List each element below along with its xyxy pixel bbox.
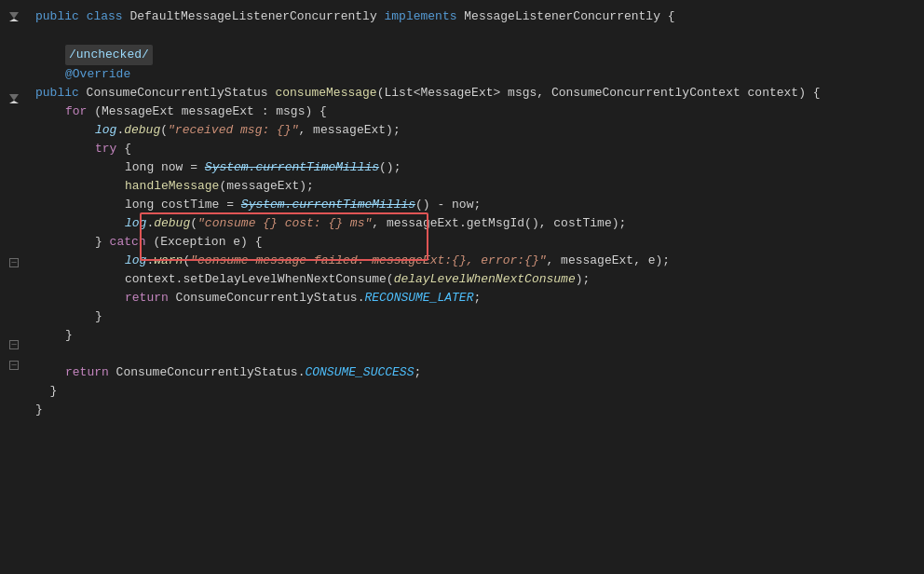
code-line-11: log.debug("consume {} cost: {} ms", mess… bbox=[28, 214, 924, 233]
token-italic-method: debug bbox=[154, 214, 190, 233]
token-plain: ConsumeConcurrentlyStatus bbox=[79, 84, 276, 102]
gutter-item-3 bbox=[8, 69, 20, 88]
token-plain: long now = bbox=[125, 158, 205, 177]
gutter-item-18 bbox=[8, 376, 20, 395]
token-italic-string: "received msg: {}" bbox=[168, 121, 298, 140]
gutter-item-0 bbox=[8, 7, 20, 26]
code-line-13: log.warn("consume message failed. messag… bbox=[28, 252, 924, 270]
gutter-item-21 bbox=[8, 438, 20, 457]
gutter-item-9 bbox=[8, 192, 20, 211]
gutter-item-11 bbox=[8, 233, 20, 252]
token-method: consumeMessage bbox=[275, 84, 376, 102]
token-kw: public bbox=[35, 84, 79, 102]
code-line-0: public class DefaultMessageListenerConcu… bbox=[28, 7, 924, 26]
code-line-4: public ConsumeConcurrentlyStatus consume… bbox=[28, 84, 924, 102]
token-kw-ctrl: for bbox=[65, 102, 87, 121]
token-plain bbox=[79, 7, 87, 26]
token-plain: , messageExt); bbox=[298, 121, 400, 140]
code-line-21: } bbox=[28, 401, 924, 419]
token-plain: () - now; bbox=[415, 196, 481, 214]
code-line-10: long costTime = System.currentTimeMillis… bbox=[28, 196, 924, 214]
token-plain: ); bbox=[576, 270, 591, 289]
token-plain: MessageListenerConcurrently { bbox=[457, 7, 675, 26]
token-italic-field: log bbox=[125, 252, 146, 270]
code-line-17: } bbox=[28, 326, 924, 345]
token-italic-field: log bbox=[95, 121, 116, 140]
token-kw-ctrl: catch bbox=[110, 233, 146, 252]
code-line-9: handleMessage(messageExt); bbox=[28, 177, 924, 196]
gutter-item-2 bbox=[8, 48, 20, 67]
code-line-6: log.debug("received msg: {}", messageExt… bbox=[28, 121, 924, 140]
token-plain: ( bbox=[183, 252, 190, 270]
gutter-item-14 bbox=[8, 294, 20, 313]
code-line-7: try { bbox=[28, 140, 924, 158]
gutter-item-19 bbox=[8, 397, 20, 416]
token-plain: context.setDelayLevelWhenNextConsume( bbox=[125, 270, 394, 289]
token-italic-italic: delayLevelWhenNextConsume bbox=[394, 270, 576, 289]
code-line-1 bbox=[28, 26, 924, 45]
token-strikethrough: System.currentTimeMillis bbox=[241, 196, 415, 214]
gutter-item-1 bbox=[8, 28, 20, 47]
token-plain: ConsumeConcurrentlyStatus. bbox=[169, 289, 365, 308]
token-plain: } bbox=[65, 326, 73, 345]
gutter-item-15 bbox=[8, 315, 20, 334]
token-reconsume: RECONSUME_LATER bbox=[364, 289, 473, 308]
code-line-16: } bbox=[28, 308, 924, 326]
token-kw-ctrl: return bbox=[125, 289, 169, 308]
gutter-item-16: − bbox=[8, 335, 20, 354]
code-line-15: return ConsumeConcurrentlyStatus.RECONSU… bbox=[28, 289, 924, 308]
gutter: −−− bbox=[0, 0, 28, 574]
token-suppressed: /unchecked/ bbox=[65, 45, 153, 65]
token-kw: implements bbox=[385, 7, 457, 26]
code-line-20: } bbox=[28, 382, 924, 401]
token-italic-string: "consume message failed. messageExt:{}, … bbox=[190, 252, 546, 270]
code-line-3: @Override bbox=[28, 65, 924, 84]
token-kw: class bbox=[87, 7, 123, 26]
gutter-item-17: − bbox=[8, 356, 20, 375]
gutter-item-20 bbox=[8, 417, 20, 436]
code-line-8: long now = System.currentTimeMillis(); bbox=[28, 158, 924, 177]
token-plain: } bbox=[95, 308, 102, 326]
token-strikethrough: System.currentTimeMillis bbox=[205, 158, 379, 177]
token-plain: ; bbox=[473, 289, 481, 308]
token-italic-string: "consume {} cost: {} ms" bbox=[197, 214, 372, 233]
token-plain: ; bbox=[414, 363, 421, 382]
token-plain: } bbox=[35, 382, 57, 401]
gutter-item-7 bbox=[8, 151, 20, 170]
token-kw-ctrl: try bbox=[95, 140, 116, 158]
token-plain: { bbox=[116, 140, 131, 158]
token-plain: . bbox=[146, 252, 154, 270]
token-annotation-tag: @Override bbox=[65, 65, 130, 84]
code-line-12: } catch (Exception e) { bbox=[28, 233, 924, 252]
token-kw-ctrl: return bbox=[65, 363, 109, 382]
token-plain: , messageExt, e); bbox=[547, 252, 671, 270]
gutter-item-12: − bbox=[8, 253, 20, 272]
token-plain: ( bbox=[190, 214, 197, 233]
token-kw: public bbox=[35, 7, 79, 26]
code-line-14: context.setDelayLevelWhenNextConsume(del… bbox=[28, 270, 924, 289]
token-plain: long costTime = bbox=[125, 196, 241, 214]
token-plain: (messageExt); bbox=[219, 177, 313, 196]
token-plain: . bbox=[146, 214, 154, 233]
gutter-item-13 bbox=[8, 274, 20, 293]
token-italic-field: log bbox=[125, 214, 146, 233]
code-line-19: return ConsumeConcurrentlyStatus.CONSUME… bbox=[28, 363, 924, 382]
token-plain: (MessageExt messageExt : msgs) { bbox=[87, 102, 326, 121]
token-plain: ConsumeConcurrentlyStatus. bbox=[109, 363, 306, 382]
token-italic-method: warn bbox=[154, 252, 183, 270]
token-plain: } bbox=[95, 233, 110, 252]
token-method: handleMessage bbox=[125, 177, 219, 196]
code-area[interactable]: public class DefaultMessageListenerConcu… bbox=[28, 0, 924, 574]
token-plain: (List<MessageExt> msgs, ConsumeConcurren… bbox=[377, 84, 821, 102]
gutter-item-10 bbox=[8, 212, 20, 231]
token-plain: . bbox=[116, 121, 124, 140]
token-plain: (); bbox=[379, 158, 401, 177]
token-plain: , messageExt.getMsgId(), costTime); bbox=[372, 214, 626, 233]
gutter-item-8 bbox=[8, 171, 20, 190]
code-line-2: /unchecked/ bbox=[28, 45, 924, 65]
token-italic-method: debug bbox=[124, 121, 160, 140]
code-line-5: for (MessageExt messageExt : msgs) { bbox=[28, 102, 924, 121]
gutter-item-4 bbox=[8, 89, 20, 108]
token-plain: DefaultMessageListenerConcurrently bbox=[123, 7, 385, 26]
gutter-item-6 bbox=[8, 130, 20, 149]
